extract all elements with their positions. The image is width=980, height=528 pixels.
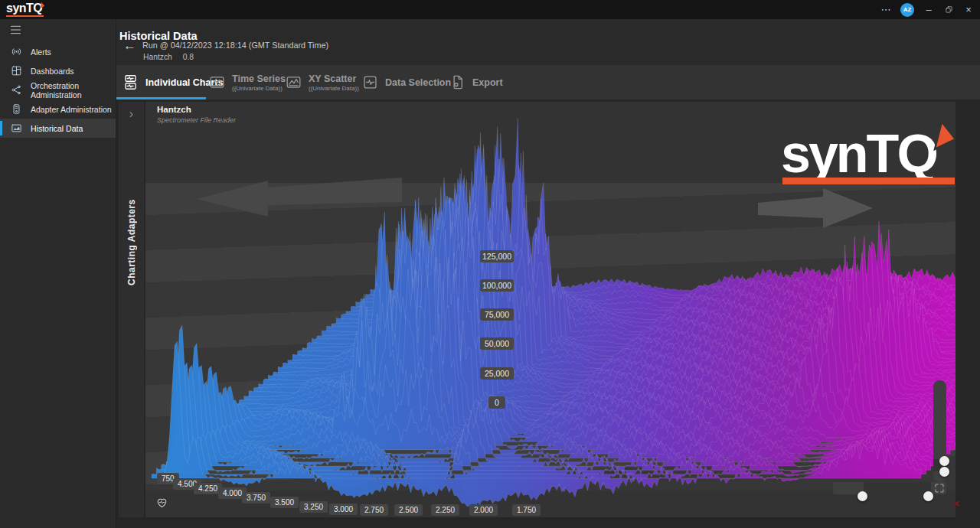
hamburger-menu-icon[interactable] bbox=[8, 24, 23, 36]
sidebar-item-alerts[interactable]: Alerts bbox=[0, 42, 116, 61]
y-axis-tick: 100,000 bbox=[480, 279, 514, 292]
dataset-name: Hantzch bbox=[143, 53, 172, 61]
run-dataset-line: Hantzch 0.8 bbox=[143, 53, 194, 61]
page-header: Historical Data ← Run @ 04/12/2023 12:18… bbox=[116, 19, 980, 65]
y-axis-tick: 50,000 bbox=[480, 337, 514, 350]
individual-charts-icon bbox=[122, 74, 139, 90]
charting-adapters-label: Charting Adapters bbox=[119, 137, 144, 347]
charting-adapters-rail: › Charting Adapters bbox=[119, 102, 144, 517]
dashboards-icon bbox=[11, 65, 22, 77]
chart-title: Hantzch bbox=[157, 105, 191, 114]
export-icon bbox=[449, 74, 466, 90]
user-avatar[interactable]: AZ bbox=[900, 3, 914, 17]
sidebar-item-orchestration-administration[interactable]: Orchestration Administration bbox=[0, 80, 116, 99]
y-axis-tick: 25,000 bbox=[480, 367, 514, 380]
vertical-slider-thumb-bottom[interactable] bbox=[939, 467, 949, 477]
historical-data-icon bbox=[11, 122, 22, 134]
more-menu-button[interactable]: ⋯ bbox=[876, 0, 896, 19]
tab-xy-scatter[interactable]: XY Scatter((Univariate Data)) bbox=[286, 65, 359, 99]
adapter-icon bbox=[11, 103, 22, 115]
chart-subtitle: Spectrometer File Reader bbox=[157, 116, 236, 124]
sidebar: AlertsDashboardsOrchestration Administra… bbox=[0, 19, 116, 528]
app-logo: synTQ bbox=[6, 1, 44, 17]
back-button[interactable]: ← bbox=[123, 39, 136, 53]
app-window: { "titlebar": { "menu": "⋯", "avatar": "… bbox=[0, 0, 980, 528]
y-axis-tick: 125,000 bbox=[480, 250, 514, 262]
time-series-icon bbox=[209, 74, 225, 90]
heart-pulse-icon[interactable] bbox=[155, 496, 168, 509]
orchestration-icon bbox=[11, 84, 22, 96]
waterfall-3d-chart[interactable] bbox=[145, 102, 956, 517]
active-tab-underline bbox=[116, 97, 206, 99]
sidebar-nav: AlertsDashboardsOrchestration Administra… bbox=[0, 42, 116, 138]
close-button[interactable]: × bbox=[959, 0, 978, 19]
horizontal-slider-thumb-left[interactable] bbox=[858, 491, 867, 501]
dataset-version: 0.8 bbox=[183, 53, 194, 61]
tab-bar: Individual ChartsTime Series((Univariate… bbox=[116, 65, 980, 99]
run-timestamp-label: Run @ 04/12/2023 12:18:14 (GMT Standard … bbox=[142, 41, 328, 50]
y-axis-tick: 75,000 bbox=[480, 308, 514, 321]
chart-close-x[interactable]: × bbox=[953, 497, 959, 510]
minimize-button[interactable]: – bbox=[919, 0, 939, 19]
x-axis-tick: 2.250 bbox=[431, 504, 459, 516]
xy-scatter-icon bbox=[286, 74, 302, 90]
horizontal-slider-thumb-right[interactable] bbox=[923, 491, 933, 501]
horizontal-slider-range bbox=[864, 482, 931, 494]
x-axis-tick: 3.500 bbox=[270, 497, 299, 508]
chart-card: synTQ Hantzch Spectrometer File Reader 1… bbox=[145, 102, 956, 517]
tab-data-selection[interactable]: Data Selection bbox=[362, 65, 451, 99]
alerts-icon bbox=[11, 46, 22, 57]
x-axis-tick: 2.000 bbox=[469, 504, 498, 516]
x-axis-tick: 1.750 bbox=[512, 504, 541, 516]
y-axis-tick: 0 bbox=[488, 396, 505, 409]
x-axis-tick: 3.750 bbox=[242, 492, 270, 504]
tab-time-series[interactable]: Time Series((Univariate Data)) bbox=[209, 65, 286, 99]
sidebar-item-adapter-administration[interactable]: Adapter Administration bbox=[0, 99, 116, 119]
x-axis-tick: 3.000 bbox=[329, 504, 358, 515]
restore-window-button[interactable] bbox=[939, 0, 959, 19]
data-selection-icon bbox=[362, 74, 378, 90]
tab-individual-charts[interactable]: Individual Charts bbox=[122, 65, 223, 99]
vertical-slider-thumb-top[interactable] bbox=[939, 456, 949, 466]
sidebar-item-historical-data[interactable]: Historical Data bbox=[0, 119, 116, 138]
expand-icon[interactable] bbox=[934, 483, 945, 494]
window-controls: ⋯ AZ – × bbox=[876, 0, 978, 19]
x-axis-tick: 3.250 bbox=[299, 501, 328, 513]
x-axis-tick: 2.500 bbox=[394, 504, 423, 516]
sidebar-item-dashboards[interactable]: Dashboards bbox=[0, 61, 116, 80]
tab-export[interactable]: Export bbox=[449, 65, 503, 99]
x-axis-tick: 2.750 bbox=[360, 504, 388, 516]
title-bar: synTQ ⋯ AZ – × bbox=[0, 0, 980, 19]
rail-expand-chevron-icon[interactable]: › bbox=[119, 108, 144, 120]
